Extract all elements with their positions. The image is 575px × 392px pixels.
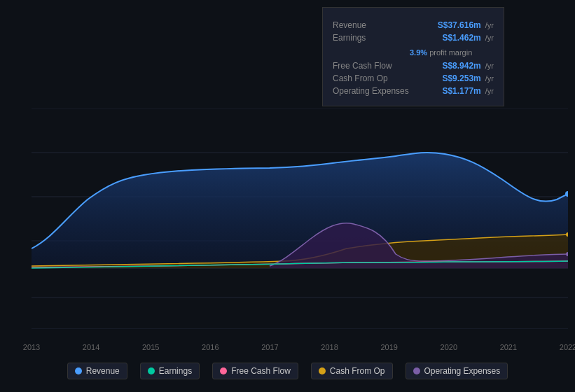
tooltip-box: RevenueS$37.616m/yrEarningsS$1.462m/yr3.… bbox=[322, 7, 504, 106]
tooltip-row-unit: /yr bbox=[485, 21, 494, 29]
legend-label: Revenue bbox=[86, 366, 120, 376]
x-axis-label: 2014 bbox=[83, 343, 99, 351]
legend-dot bbox=[220, 368, 227, 374]
tooltip-row-value: S$8.942m bbox=[442, 61, 480, 71]
chart-svg bbox=[32, 108, 568, 329]
legend-item[interactable]: Operating Expenses bbox=[406, 363, 508, 379]
legend-label: Cash From Op bbox=[330, 366, 385, 376]
legend-item[interactable]: Revenue bbox=[67, 363, 127, 379]
legend-dot bbox=[75, 368, 82, 374]
tooltip-row: Operating ExpensesS$1.177m/yr bbox=[333, 86, 494, 96]
x-axis-label: 2015 bbox=[142, 343, 159, 351]
tooltip-row-label: Operating Expenses bbox=[333, 86, 410, 96]
x-axis-label: 2016 bbox=[202, 343, 219, 351]
tooltip-row: Free Cash FlowS$8.942m/yr bbox=[333, 61, 494, 71]
x-axis-label: 2013 bbox=[23, 343, 40, 351]
tooltip-row: RevenueS$37.616m/yr bbox=[333, 20, 494, 30]
legend-item[interactable]: Earnings bbox=[140, 363, 200, 379]
x-axis-label: 2021 bbox=[500, 343, 517, 351]
tooltip-row: Cash From OpS$9.253m/yr bbox=[333, 74, 494, 83]
tooltip-row-label: Cash From Op bbox=[333, 74, 410, 83]
legend-label: Free Cash Flow bbox=[231, 366, 291, 376]
tooltip-row-value: S$37.616m bbox=[438, 20, 481, 30]
legend-dot bbox=[148, 368, 155, 374]
legend-label: Earnings bbox=[159, 366, 192, 376]
tooltip-row-label: Earnings bbox=[333, 33, 410, 43]
tooltip-row-unit: /yr bbox=[485, 62, 494, 70]
tooltip-row-label: Revenue bbox=[333, 20, 410, 30]
tooltip-row-label: Free Cash Flow bbox=[333, 61, 410, 71]
legend-label: Operating Expenses bbox=[424, 366, 501, 376]
tooltip-row-sub: 3.9% profit margin bbox=[333, 46, 494, 58]
tooltip-row-value: S$1.462m bbox=[442, 33, 480, 43]
tooltip-row-value: S$1.177m bbox=[442, 86, 480, 96]
chart-container: RevenueS$37.616m/yrEarningsS$1.462m/yr3.… bbox=[0, 0, 575, 392]
legend-dot bbox=[413, 368, 420, 374]
x-axis-label: 2022 bbox=[560, 343, 575, 351]
tooltip-row-value: S$9.253m bbox=[442, 74, 480, 83]
legend-dot bbox=[319, 368, 326, 374]
tooltip-row-unit: /yr bbox=[485, 34, 494, 42]
legend-item[interactable]: Free Cash Flow bbox=[212, 363, 298, 379]
x-axis-label: 2018 bbox=[321, 343, 338, 351]
legend-item[interactable]: Cash From Op bbox=[311, 363, 393, 379]
legend: RevenueEarningsFree Cash FlowCash From O… bbox=[0, 363, 575, 379]
tooltip-row-unit: /yr bbox=[485, 87, 494, 95]
tooltip-row-unit: /yr bbox=[485, 74, 494, 83]
x-axis-label: 2020 bbox=[441, 343, 457, 351]
x-axis-label: 2019 bbox=[380, 343, 397, 351]
x-axis-label: 2017 bbox=[261, 343, 278, 351]
tooltip-row: EarningsS$1.462m/yr bbox=[333, 33, 494, 43]
